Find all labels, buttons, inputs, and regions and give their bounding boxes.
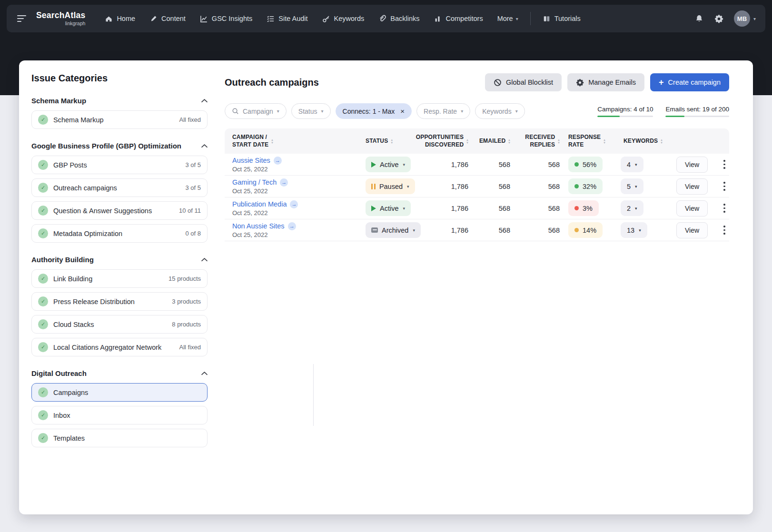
sidebar-item-press-release-distribution[interactable]: ✓Press Release Distribution3 products bbox=[31, 292, 208, 311]
opportunities-cell: 1,786 bbox=[412, 227, 469, 234]
response-rate-badge: 14% bbox=[568, 222, 603, 238]
view-button[interactable]: View bbox=[676, 222, 708, 238]
sidebar-item-schema-markup[interactable]: ✓Schema MarkupAll fixed bbox=[31, 110, 208, 129]
campaign-link[interactable]: Aussie Sites bbox=[232, 157, 270, 165]
opportunities-cell: 1,786 bbox=[412, 183, 469, 190]
sort-icon[interactable]: ▴▾ bbox=[466, 138, 468, 144]
status-dropdown[interactable]: Paused▾ bbox=[366, 178, 415, 194]
status-cell: Active▾ bbox=[358, 157, 412, 172]
sidebar-item-count: All fixed bbox=[179, 344, 201, 351]
sidebar-item-label: Local Citations Aggregator Network bbox=[53, 344, 174, 351]
sidebar-item-local-citations-aggregator-network[interactable]: ✓Local Citations Aggregator NetworkAll f… bbox=[31, 338, 208, 356]
sidebar-section-schema-markup[interactable]: Schema Markup bbox=[31, 96, 208, 105]
status-dropdown[interactable]: Active▾ bbox=[366, 200, 411, 216]
sort-icon[interactable]: ▴▾ bbox=[604, 138, 605, 144]
sidebar-section-google-business-profile-gbp-optimization[interactable]: Google Business Profile (GBP) Optimizati… bbox=[31, 141, 208, 150]
sidebar-section-digital-outreach[interactable]: Digital Outreach bbox=[31, 369, 208, 377]
keywords-dropdown[interactable]: 13▾ bbox=[621, 222, 647, 238]
remove-filter-icon[interactable]: × bbox=[400, 107, 405, 115]
view-button[interactable]: View bbox=[676, 200, 708, 217]
sidebar-item-gbp-posts[interactable]: ✓GBP Posts3 of 5 bbox=[31, 156, 208, 174]
nav-item-tutorials[interactable]: Tutorials bbox=[535, 5, 588, 32]
nav-item-site-audit[interactable]: Site Audit bbox=[259, 5, 315, 32]
page-title: Outreach campaigns bbox=[225, 77, 319, 88]
view-button[interactable]: View bbox=[676, 157, 708, 173]
nav-item-competitors[interactable]: Competitors bbox=[426, 5, 490, 32]
kebab-menu-icon[interactable] bbox=[720, 157, 729, 172]
manage-emails-button[interactable]: Manage Emails bbox=[567, 73, 644, 91]
nav-item-content[interactable]: Content bbox=[142, 5, 193, 32]
keywords-dropdown[interactable]: 4▾ bbox=[621, 157, 643, 172]
filter-resp-rate[interactable]: Resp. Rate▾ bbox=[416, 103, 470, 119]
sort-icon[interactable]: ▴▾ bbox=[391, 138, 393, 144]
filter-status[interactable]: Status▾ bbox=[291, 103, 331, 119]
kebab-menu-icon[interactable] bbox=[720, 179, 729, 194]
sidebar-item-cloud-stacks[interactable]: ✓Cloud Stacks8 products bbox=[31, 315, 208, 334]
campaign-cell: Non Aussie Sites→Oct 25, 2022 bbox=[225, 222, 358, 238]
column-header-response-rate[interactable]: RESPONSERATE▴▾ bbox=[561, 134, 616, 148]
play-icon bbox=[371, 206, 376, 211]
nav-item-gsc-insights[interactable]: GSC Insights bbox=[193, 5, 259, 32]
column-header-status[interactable]: STATUS▴▾ bbox=[358, 138, 412, 145]
open-campaign-icon[interactable]: → bbox=[288, 222, 296, 230]
sidebar-item-templates[interactable]: ✓Templates bbox=[31, 429, 208, 447]
sidebar-item-question-answer-suggestions[interactable]: ✓Question & Answer Suggestions10 of 11 bbox=[31, 201, 208, 220]
open-campaign-icon[interactable]: → bbox=[274, 157, 282, 165]
brand-logo[interactable]: SearchAtlas linkgraph bbox=[36, 11, 85, 26]
nav-item-more[interactable]: More▾ bbox=[490, 5, 525, 32]
campaign-cell: Aussie Sites→Oct 25, 2022 bbox=[225, 157, 358, 173]
sort-icon[interactable]: ▴▾ bbox=[271, 138, 273, 144]
campaign-link[interactable]: Publication Media bbox=[232, 200, 287, 208]
sort-icon[interactable]: ▴▾ bbox=[661, 138, 663, 144]
keywords-count: 5 bbox=[627, 183, 631, 190]
column-header-emailed[interactable]: EMAILED▴▾ bbox=[469, 138, 511, 145]
filter-connecs-1-max[interactable]: Connecs: 1 - Max× bbox=[336, 103, 412, 119]
nav-item-home[interactable]: Home bbox=[98, 5, 142, 32]
sidebar-item-link-building[interactable]: ✓Link Building15 products bbox=[31, 269, 208, 288]
filter-keywords[interactable]: Keywords▾ bbox=[475, 103, 525, 119]
keywords-dropdown[interactable]: 5▾ bbox=[621, 178, 643, 194]
kebab-menu-icon[interactable] bbox=[720, 201, 729, 216]
response-rate-cell: 32% bbox=[561, 178, 616, 194]
sidebar-section-authority-building[interactable]: Authority Building bbox=[31, 255, 208, 264]
home-icon bbox=[105, 15, 113, 23]
create-campaign-button[interactable]: + Create campaign bbox=[650, 73, 729, 91]
open-campaign-icon[interactable]: → bbox=[280, 178, 288, 187]
avatar[interactable]: MB bbox=[734, 10, 750, 27]
user-menu[interactable]: MB ▾ bbox=[734, 10, 756, 27]
campaigns-table: CAMPAIGN /START DATE▴▾STATUS▴▾OPPORTUNIT… bbox=[225, 128, 729, 241]
menu-cell bbox=[712, 223, 729, 237]
sidebar-item-metadata-optimization[interactable]: ✓Metadata Optimization0 of 8 bbox=[31, 224, 208, 243]
campaign-link[interactable]: Non Aussie Sites bbox=[232, 222, 285, 230]
kebab-menu-icon[interactable] bbox=[720, 223, 729, 237]
check-circle-icon: ✓ bbox=[38, 342, 48, 352]
global-blocklist-button[interactable]: Global Blocklist bbox=[485, 73, 562, 91]
sidebar-item-count: 8 products bbox=[172, 321, 201, 328]
column-header-campaign-start-date[interactable]: CAMPAIGN /START DATE▴▾ bbox=[225, 134, 358, 148]
usage-stat-label: Emails sent: 19 of 200 bbox=[665, 106, 729, 113]
nav-menu: HomeContentGSC InsightsSite AuditKeyword… bbox=[98, 5, 525, 32]
keywords-dropdown[interactable]: 2▾ bbox=[621, 200, 643, 216]
bell-icon[interactable] bbox=[694, 13, 704, 24]
nav-item-keywords[interactable]: Keywords bbox=[315, 5, 372, 32]
view-button[interactable]: View bbox=[676, 178, 708, 195]
sidebar-item-campaigns[interactable]: ✓Campaigns bbox=[31, 383, 208, 402]
view-cell: View bbox=[664, 178, 712, 195]
column-header-keywords[interactable]: KEYWORDS▴▾ bbox=[616, 138, 664, 145]
check-circle-icon: ✓ bbox=[38, 387, 48, 397]
status-dot-icon bbox=[574, 206, 579, 210]
nav-item-label: Keywords bbox=[334, 15, 365, 22]
gear-icon[interactable] bbox=[714, 13, 724, 24]
sort-icon[interactable]: ▴▾ bbox=[558, 138, 560, 144]
column-header-opportunities-discovered[interactable]: OPPORTUNITIESDISCOVERED▴▾ bbox=[412, 134, 469, 148]
open-campaign-icon[interactable]: → bbox=[290, 200, 298, 208]
status-dropdown[interactable]: Active▾ bbox=[366, 157, 411, 172]
menu-icon[interactable] bbox=[17, 13, 28, 23]
column-header-received-replies[interactable]: RECEIVEDREPLIES▴▾ bbox=[511, 134, 561, 148]
sidebar-item-inbox[interactable]: ✓Inbox bbox=[31, 406, 208, 424]
nav-item-backlinks[interactable]: Backlinks bbox=[371, 5, 426, 32]
filter-campaign[interactable]: Campaign▾ bbox=[225, 103, 287, 119]
campaign-link[interactable]: Gaming / Tech bbox=[232, 178, 277, 187]
sidebar-item-outreach-campaigns[interactable]: ✓Outreach campaigns3 of 5 bbox=[31, 178, 208, 197]
sort-icon[interactable]: ▴▾ bbox=[508, 138, 510, 144]
